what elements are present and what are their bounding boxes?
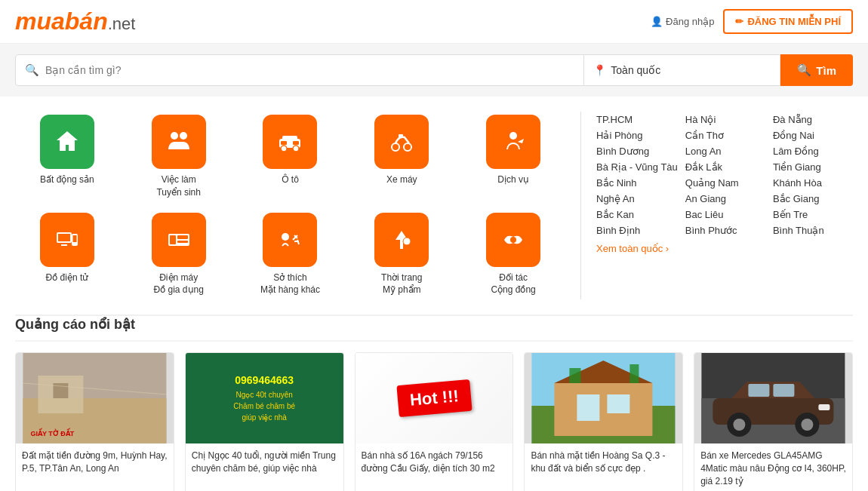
ad-body-4: Bán nhà mặt tiền Hoàng Sa Q.3 - khu đất … bbox=[525, 443, 682, 491]
loc-baclieu[interactable]: Bac Liêu bbox=[685, 207, 765, 222]
category-dt-label: Đối tácCộng đồng bbox=[491, 272, 535, 297]
category-ddt-label: Đồ điện tử bbox=[46, 272, 89, 284]
loc-binhduong[interactable]: Bình Dương bbox=[596, 143, 678, 159]
loc-daklak[interactable]: Đắk Lắk bbox=[685, 159, 765, 175]
category-sh[interactable]: Sở thíchMặt hàng khác bbox=[239, 210, 343, 300]
category-ddt[interactable]: Đồ điện tử bbox=[15, 210, 119, 300]
loc-hanoi[interactable]: Hà Nội bbox=[685, 112, 765, 127]
svg-point-47 bbox=[802, 419, 814, 431]
loc-cantho[interactable]: Cần Thơ bbox=[685, 127, 765, 143]
ad-image-5 bbox=[694, 353, 852, 443]
loc-nghean[interactable]: Nghệ An bbox=[596, 191, 678, 207]
loc-binhdinh[interactable]: Bình Định bbox=[596, 222, 678, 238]
pencil-icon: ✏ bbox=[735, 16, 743, 27]
svg-point-1 bbox=[180, 132, 187, 140]
ad-body-5: Bán xe Mercedes GLA45AMG 4Matic màu nâu … bbox=[694, 443, 852, 491]
svg-rect-3 bbox=[282, 136, 297, 142]
logo[interactable]: muabán.net bbox=[15, 8, 135, 35]
vertical-divider bbox=[580, 112, 581, 299]
category-bds-icon bbox=[40, 115, 94, 169]
register-button[interactable]: ✏ ĐĂNG TIN MIỄN PHÍ bbox=[723, 9, 853, 34]
category-oto-label: Ô tô bbox=[282, 173, 299, 186]
loc-khanhhoa[interactable]: Khánh Hòa bbox=[773, 175, 853, 191]
location-col-2: Hà Nội Cần Thơ Long An Đắk Lắk Quảng Nam… bbox=[685, 112, 765, 238]
loc-bacninh[interactable]: Bắc Ninh bbox=[596, 175, 678, 191]
location-pin-icon: 📍 bbox=[593, 64, 606, 76]
loc-bacgiang[interactable]: Bắc Giang bbox=[773, 191, 853, 207]
ad-title-1: Đất mặt tiền đường 9m, Huỳnh Hay, P.5, T… bbox=[22, 450, 168, 487]
loc-haiphong[interactable]: Hải Phòng bbox=[596, 127, 678, 143]
category-dv-label: Dịch vụ bbox=[497, 173, 529, 186]
svg-rect-10 bbox=[399, 134, 403, 138]
svg-point-5 bbox=[293, 146, 299, 152]
ad-card-3[interactable]: Hot !!! Bán nhà số 16A ngách 79/156 đườn… bbox=[355, 352, 514, 491]
header: muabán.net 👤 Đăng nhập ✏ ĐĂNG TIN MIỄN P… bbox=[0, 0, 868, 44]
location-col-3: Đà Nẵng Đồng Nai Lâm Đồng Tiền Giang Khá… bbox=[773, 112, 853, 238]
category-dm-icon bbox=[152, 213, 206, 267]
loc-lamdong[interactable]: Lâm Đồng bbox=[773, 143, 853, 159]
loc-quangnam[interactable]: Quảng Nam bbox=[685, 175, 765, 191]
category-vl-label: Việc làmTuyển sinh bbox=[156, 173, 201, 199]
ad-body-1: Đất mặt tiền đường 9m, Huỳnh Hay, P.5, T… bbox=[16, 443, 174, 491]
svg-point-21 bbox=[282, 233, 289, 241]
category-dt[interactable]: Đối tácCộng đồng bbox=[461, 210, 565, 300]
svg-rect-37 bbox=[630, 364, 639, 383]
loc-tiengiang[interactable]: Tiền Giang bbox=[773, 159, 853, 175]
loc-tphcm[interactable]: TP.HCM bbox=[596, 112, 678, 127]
ad-card-4[interactable]: Bán nhà mặt tiền Hoàng Sa Q.3 - khu đất … bbox=[524, 352, 683, 491]
category-dm[interactable]: Điện máyĐồ gia dụng bbox=[127, 210, 231, 300]
location-col-1: TP.HCM Hải Phòng Bình Dương Bà Rịa - Vũn… bbox=[596, 112, 678, 238]
loc-binhtuan[interactable]: Bình Thuận bbox=[773, 222, 853, 238]
category-xm-label: Xe máy bbox=[386, 173, 417, 186]
category-bds-label: Bất động sản bbox=[40, 173, 94, 186]
loc-longan[interactable]: Long An bbox=[685, 143, 765, 159]
category-xm-icon bbox=[374, 115, 429, 169]
loc-angiang[interactable]: An Giang bbox=[685, 191, 765, 207]
category-dm-label: Điện máyĐồ gia dụng bbox=[154, 272, 204, 297]
loc-backan[interactable]: Bắc Kan bbox=[596, 207, 678, 222]
svg-rect-13 bbox=[58, 234, 70, 241]
location-select[interactable]: Toàn quốc TP.HCM Hà Nội Đà Nẵng Hải Phòn… bbox=[611, 64, 771, 76]
view-all-locations[interactable]: Xem toàn quốc › bbox=[596, 243, 669, 254]
loc-danang[interactable]: Đà Nẵng bbox=[773, 112, 853, 127]
search-input[interactable] bbox=[45, 64, 574, 76]
category-xm[interactable]: Xe máy bbox=[349, 112, 454, 202]
search-input-wrap: 🔍 bbox=[15, 54, 584, 86]
locations-panel: TP.HCM Hải Phòng Bình Dương Bà Rịa - Vũn… bbox=[596, 112, 853, 299]
category-bds[interactable]: Bất động sản bbox=[15, 112, 119, 202]
loc-bentre[interactable]: Bến Tre bbox=[773, 207, 853, 222]
category-dv[interactable]: Dịch vụ bbox=[461, 112, 565, 202]
loc-binhphuoc[interactable]: Bình Phước bbox=[685, 222, 765, 238]
ad-title-3: Bán nhà số 16A ngách 79/156 đường Cầu Gi… bbox=[362, 450, 507, 487]
svg-point-8 bbox=[392, 143, 399, 151]
ad-image-2: 0969464663 Ngọc 40t chuyênChăm bé chăm b… bbox=[186, 353, 343, 443]
category-ddt-icon bbox=[40, 213, 94, 267]
svg-point-0 bbox=[171, 132, 178, 140]
category-oto-icon bbox=[263, 115, 317, 169]
category-tt-label: Thời trangMỹ phẩm bbox=[381, 272, 422, 297]
category-dv-icon bbox=[486, 115, 540, 169]
ad-card-1[interactable]: GIẤY TỜ ĐẤT Đất mặt tiền đường 9m, Huỳnh… bbox=[15, 352, 174, 491]
loc-brvt[interactable]: Bà Rịa - Vũng Tàu bbox=[596, 159, 678, 175]
svg-rect-43 bbox=[774, 384, 795, 397]
category-tt[interactable]: Thời trangMỹ phẩm bbox=[349, 210, 454, 300]
category-oto[interactable]: Ô tô bbox=[239, 112, 343, 202]
svg-rect-20 bbox=[177, 241, 188, 243]
svg-point-11 bbox=[509, 132, 517, 140]
svg-rect-32 bbox=[555, 383, 653, 436]
ad-cards-grid: GIẤY TỜ ĐẤT Đất mặt tiền đường 9m, Huỳnh… bbox=[15, 352, 853, 491]
svg-point-23 bbox=[510, 237, 516, 243]
location-wrap[interactable]: 📍 Toàn quốc TP.HCM Hà Nội Đà Nẵng Hải Ph… bbox=[584, 54, 780, 86]
loc-dongnai[interactable]: Đồng Nai bbox=[773, 127, 853, 143]
ad-card-2[interactable]: 0969464663 Ngọc 40t chuyênChăm bé chăm b… bbox=[185, 352, 344, 491]
categories-grid: Bất động sản Việc làmTuyển sinh Ô tô Xe … bbox=[15, 112, 565, 299]
ad-card-5[interactable]: Bán xe Mercedes GLA45AMG 4Matic màu nâu … bbox=[694, 352, 853, 491]
logo-text: muabán bbox=[15, 8, 108, 35]
category-vl[interactable]: Việc làmTuyển sinh bbox=[127, 112, 231, 202]
svg-rect-35 bbox=[608, 394, 630, 413]
logo-net: .net bbox=[108, 14, 136, 34]
svg-point-22 bbox=[403, 238, 411, 245]
login-button[interactable]: 👤 Đăng nhập bbox=[651, 16, 714, 27]
search-button[interactable]: 🔍 Tìm bbox=[780, 54, 853, 86]
category-vl-icon bbox=[152, 115, 206, 169]
